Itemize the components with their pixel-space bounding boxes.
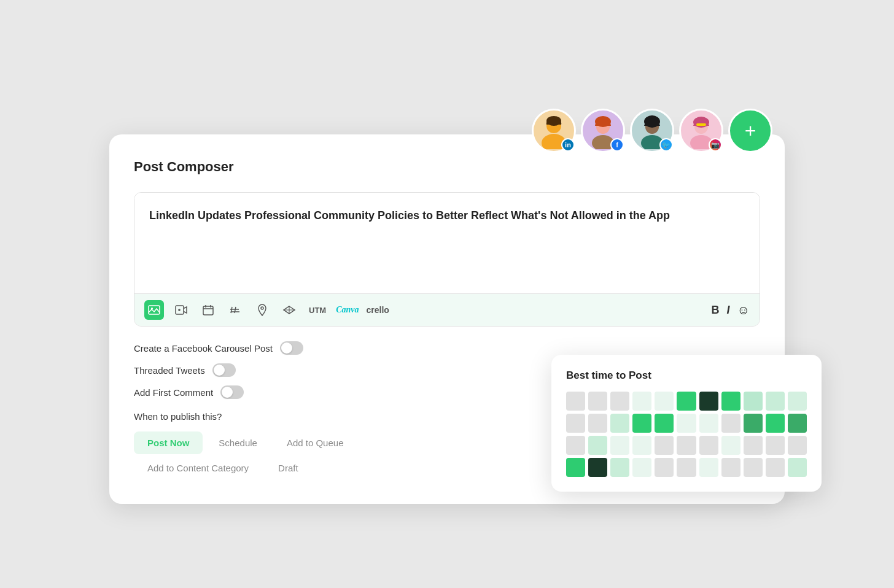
option-carousel: Create a Facebook Carousel Post (134, 341, 478, 355)
diamond-icon[interactable] (279, 300, 299, 320)
heatmap-cell-1-8 (744, 414, 763, 433)
option-threaded: Threaded Tweets (134, 363, 478, 377)
svg-rect-18 (203, 306, 213, 315)
tab-schedule[interactable]: Schedule (205, 431, 271, 454)
heatmap-cell-2-7 (721, 436, 740, 455)
heatmap-cell-3-9 (766, 458, 785, 477)
option-threaded-label: Threaded Tweets (134, 365, 205, 376)
heatmap-cell-2-0 (566, 436, 585, 455)
heatmap-cell-3-2 (610, 458, 629, 477)
bold-button[interactable]: B (712, 304, 720, 317)
heatmap-cell-0-8 (744, 392, 763, 411)
composer-textarea[interactable] (134, 193, 760, 291)
heatmap-cell-3-1 (588, 458, 607, 477)
heatmap-cell-2-6 (699, 436, 718, 455)
linkedin-badge: in (561, 138, 575, 152)
instagram-badge: 📷 (709, 138, 722, 152)
heatmap-cell-3-8 (744, 458, 763, 477)
canva-button[interactable]: Canva (336, 305, 359, 315)
heatmap-cell-2-3 (632, 436, 651, 455)
heatmap-cell-1-9 (766, 414, 785, 433)
twitter-badge: 🐦 (659, 138, 673, 152)
heatmap-cell-2-1 (588, 436, 607, 455)
toolbar-right: B I ☺ (712, 303, 750, 317)
heatmap-cell-0-4 (655, 392, 674, 411)
video-icon[interactable] (171, 300, 191, 320)
main-container: in f 🐦 (109, 109, 785, 504)
best-time-card: Best time to Post (551, 355, 822, 492)
heatmap-cell-0-7 (721, 392, 740, 411)
heatmap-cell-2-10 (788, 436, 807, 455)
hashtag-icon[interactable] (225, 300, 245, 320)
heatmap-cell-3-6 (699, 458, 718, 477)
calendar-icon[interactable] (198, 300, 218, 320)
avatar-linkedin[interactable]: in (532, 109, 576, 153)
toggle-carousel[interactable] (280, 341, 303, 355)
heatmap-cell-1-4 (655, 414, 674, 433)
emoji-button[interactable]: ☺ (737, 303, 750, 317)
heatmap-cell-0-3 (632, 392, 651, 411)
toolbar: UTM Canva crello B I ☺ (134, 293, 760, 326)
tab-draft[interactable]: Draft (265, 457, 312, 479)
heatmap-cell-1-1 (588, 414, 607, 433)
heatmap-cell-3-0 (566, 458, 585, 477)
option-carousel-label: Create a Facebook Carousel Post (134, 343, 273, 354)
option-comment-label: Add First Comment (134, 387, 213, 398)
tab-content-category[interactable]: Add to Content Category (134, 457, 262, 479)
utm-button[interactable]: UTM (306, 304, 328, 316)
image-icon[interactable] (144, 300, 164, 320)
tab-post-now[interactable]: Post Now (134, 431, 203, 454)
heatmap-cell-1-0 (566, 414, 585, 433)
best-time-title: Best time to Post (566, 369, 807, 382)
avatar-instagram[interactable]: 📷 (679, 109, 723, 153)
heatmap-cell-1-7 (721, 414, 740, 433)
heatmap-cell-2-8 (744, 436, 763, 455)
publish-tabs: Post Now Schedule Add to Queue Add to Co… (134, 431, 478, 479)
tab-add-to-queue[interactable]: Add to Queue (273, 431, 357, 454)
heatmap-cell-3-5 (677, 458, 696, 477)
heatmap-cell-0-10 (788, 392, 807, 411)
composer-card: Post Composer (109, 134, 785, 504)
add-account-button[interactable]: + (728, 109, 772, 153)
heatmap-cell-0-9 (766, 392, 785, 411)
heatmap-cell-2-9 (766, 436, 785, 455)
crello-button[interactable]: crello (367, 305, 389, 315)
toggle-comment[interactable] (220, 385, 244, 399)
avatar-row: in f 🐦 (109, 109, 785, 153)
avatar-facebook[interactable]: f (581, 109, 625, 153)
heatmap-cell-0-5 (677, 392, 696, 411)
italic-button[interactable]: I (727, 304, 730, 317)
heatmap-cell-3-7 (721, 458, 740, 477)
location-icon[interactable] (252, 300, 272, 320)
publish-section: When to publish this? Post Now Schedule … (134, 411, 478, 479)
heatmap-cell-0-0 (566, 392, 585, 411)
heatmap-cell-0-2 (610, 392, 629, 411)
page-title: Post Composer (134, 159, 760, 175)
heatmap-cell-0-1 (588, 392, 607, 411)
heatmap-cell-1-3 (632, 414, 651, 433)
svg-point-26 (261, 307, 263, 309)
heatmap-cell-1-5 (677, 414, 696, 433)
heatmap-cell-1-6 (699, 414, 718, 433)
heatmap-grid (566, 392, 807, 477)
heatmap-cell-2-2 (610, 436, 629, 455)
heatmap-cell-3-4 (655, 458, 674, 477)
toggle-threaded[interactable] (212, 363, 236, 377)
heatmap-cell-1-2 (610, 414, 629, 433)
heatmap-cell-0-6 (699, 392, 718, 411)
publish-label: When to publish this? (134, 411, 478, 422)
option-comment: Add First Comment (134, 385, 478, 399)
composer-wrapper: UTM Canva crello B I ☺ (134, 192, 760, 327)
heatmap-cell-3-10 (788, 458, 807, 477)
heatmap-cell-2-4 (655, 436, 674, 455)
heatmap-cell-3-3 (632, 458, 651, 477)
heatmap-cell-2-5 (677, 436, 696, 455)
avatar-twitter[interactable]: 🐦 (630, 109, 674, 153)
svg-rect-12 (696, 123, 706, 126)
heatmap-cell-1-10 (788, 414, 807, 433)
facebook-badge: f (610, 138, 624, 152)
